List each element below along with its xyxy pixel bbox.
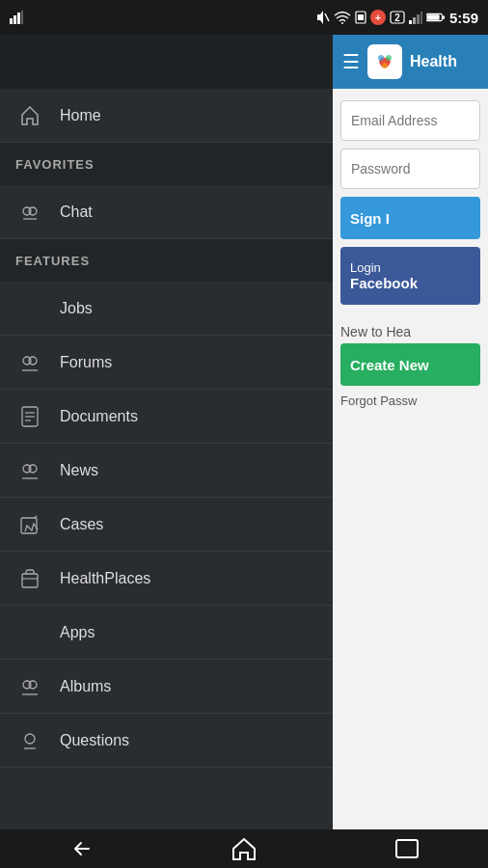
forums-icon — [15, 352, 44, 373]
svg-rect-2 — [17, 13, 20, 24]
svg-line-5 — [325, 14, 329, 21]
healthplaces-label: HealthPlaces — [60, 570, 150, 587]
svg-text:+: + — [375, 12, 381, 23]
home-button[interactable] — [220, 829, 268, 868]
svg-rect-8 — [358, 14, 364, 20]
status-right: + 2 5:59 — [316, 10, 478, 26]
albums-icon — [15, 676, 44, 697]
svg-point-38 — [29, 681, 37, 689]
healthplaces-icon — [15, 568, 44, 589]
sign-in-button[interactable]: Sign I — [340, 197, 480, 239]
chat-icon — [15, 202, 44, 223]
apps-label: Apps — [60, 624, 95, 641]
app-title: Health — [410, 53, 457, 70]
svg-rect-16 — [420, 12, 422, 24]
sidebar-item-chat[interactable]: Chat — [0, 185, 333, 239]
sidebar-item-albums[interactable]: Albums — [0, 660, 333, 714]
sidebar-item-documents[interactable]: Documents — [0, 390, 333, 444]
sidebar-item-jobs[interactable]: Jobs — [0, 282, 333, 336]
svg-point-24 — [29, 357, 37, 365]
sidebar-header — [0, 35, 333, 89]
documents-label: Documents — [60, 408, 138, 425]
features-section-label: FEATURES — [15, 254, 90, 268]
home-label: Home — [60, 107, 101, 124]
facebook-login-button[interactable]: Login Facebook — [340, 247, 480, 305]
svg-rect-0 — [10, 18, 13, 24]
app-logo — [367, 44, 402, 79]
battery-icon — [426, 12, 446, 23]
sidebar: Home FAVORITES Chat FEATURES Jobs — [0, 35, 333, 829]
sidebar-item-questions[interactable]: Questions — [0, 714, 333, 768]
svg-point-43 — [378, 55, 384, 61]
cases-label: Cases — [60, 516, 103, 533]
notification-badge-icon: + — [370, 10, 386, 25]
sidebar-item-forums[interactable]: Forums — [0, 336, 333, 390]
status-bar: + 2 5:59 — [0, 0, 488, 35]
svg-point-44 — [386, 55, 392, 61]
svg-rect-3 — [21, 11, 23, 24]
email-input[interactable] — [340, 100, 480, 141]
signal-bars-icon — [10, 11, 23, 24]
questions-label: Questions — [60, 732, 129, 749]
favorites-section-header: FAVORITES — [0, 143, 333, 185]
svg-point-31 — [29, 465, 37, 473]
svg-marker-4 — [317, 11, 323, 24]
sidebar-item-home[interactable]: Home — [0, 89, 333, 143]
wifi-icon — [334, 11, 351, 24]
svg-rect-15 — [417, 14, 420, 24]
password-input[interactable] — [340, 149, 480, 189]
mute-icon — [316, 10, 330, 25]
svg-rect-35 — [22, 574, 38, 587]
svg-rect-19 — [443, 15, 445, 19]
svg-point-40 — [25, 734, 35, 744]
bottom-nav-bar — [0, 829, 488, 868]
sidebar-item-news[interactable]: News — [0, 444, 333, 498]
documents-icon — [15, 406, 44, 427]
features-section-header: FEATURES — [0, 239, 333, 282]
app-header: ☰ Health — [333, 35, 488, 89]
back-button[interactable] — [57, 829, 105, 868]
status-time: 5:59 — [449, 10, 478, 26]
svg-point-6 — [341, 22, 343, 24]
svg-text:2: 2 — [394, 13, 400, 23]
login-form: Sign I Login Facebook — [333, 89, 488, 316]
svg-line-34 — [35, 516, 37, 518]
sim-icon — [355, 11, 366, 24]
facebook-label: Facebook — [350, 275, 418, 291]
forgot-password-text[interactable]: Forgot Passw — [333, 386, 488, 416]
svg-rect-14 — [413, 17, 416, 24]
new-to-text: New to Hea — [333, 316, 488, 343]
sidebar-item-healthplaces[interactable]: HealthPlaces — [0, 552, 333, 606]
svg-point-45 — [382, 63, 388, 68]
facebook-login-text: Login — [350, 260, 381, 275]
cellular-icon — [409, 11, 422, 24]
count-badge-icon: 2 — [390, 10, 405, 25]
chat-label: Chat — [60, 203, 93, 221]
create-new-button[interactable]: Create New — [340, 343, 480, 386]
svg-point-21 — [29, 207, 37, 215]
news-label: News — [60, 462, 98, 479]
svg-rect-18 — [427, 14, 440, 19]
svg-rect-46 — [396, 840, 418, 857]
recent-apps-button[interactable] — [383, 829, 431, 868]
svg-rect-1 — [14, 15, 16, 24]
home-icon — [15, 105, 44, 126]
forums-label: Forums — [60, 354, 112, 371]
cases-icon — [15, 514, 44, 535]
app-container: Home FAVORITES Chat FEATURES Jobs — [0, 35, 488, 829]
favorites-section-label: FAVORITES — [15, 157, 95, 172]
sidebar-item-cases[interactable]: Cases — [0, 498, 333, 552]
sidebar-item-apps[interactable]: Apps — [0, 606, 333, 660]
hamburger-icon[interactable]: ☰ — [342, 50, 360, 73]
right-panel: ☰ Health Sign I Login — [333, 35, 488, 829]
news-icon — [15, 460, 44, 481]
albums-label: Albums — [60, 678, 111, 695]
status-left — [10, 11, 23, 24]
jobs-label: Jobs — [60, 300, 93, 317]
svg-rect-13 — [409, 20, 412, 24]
questions-icon — [15, 730, 44, 751]
